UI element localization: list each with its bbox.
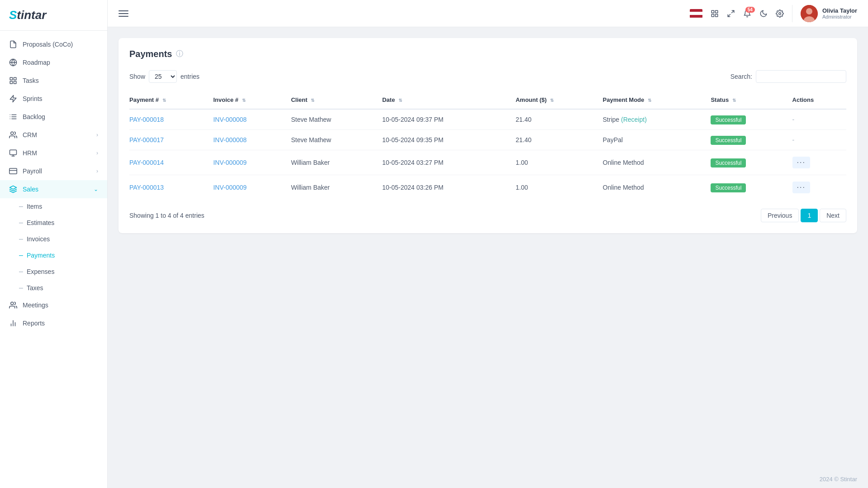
hrm-icon (9, 149, 17, 157)
show-label: Show (129, 73, 145, 80)
backlog-icon (9, 113, 17, 121)
header-left (119, 10, 128, 17)
pagination: Previous 1 Next (761, 209, 846, 222)
payment-num-cell: PAY-000014 (129, 150, 213, 175)
sort-icon: ⇅ (398, 98, 402, 103)
sidebar-item-taxes[interactable]: – Taxes (0, 280, 107, 296)
col-payment-num[interactable]: Payment # ⇅ (129, 91, 213, 109)
sidebar-nav: Proposals (CoCo) Roadmap Tasks Sprints (0, 31, 107, 488)
amount-cell: 1.00 (516, 175, 603, 200)
sidebar-item-tasks[interactable]: Tasks (0, 72, 107, 90)
sort-icon: ⇅ (550, 98, 554, 103)
menu-toggle-button[interactable] (119, 10, 128, 17)
search-label: Search: (730, 73, 752, 80)
backlog-label: Backlog (23, 113, 98, 120)
col-date[interactable]: Date ⇅ (382, 91, 516, 109)
date-cell: 10-05-2024 03:27 PM (382, 150, 516, 175)
payment-num-link[interactable]: PAY-000014 (129, 159, 164, 166)
sales-subnav: – Items – Estimates – Invoices – Payment… (0, 198, 107, 296)
previous-button[interactable]: Previous (761, 209, 799, 222)
expenses-label: Expenses (27, 268, 54, 275)
sidebar-item-hrm[interactable]: HRM › (0, 144, 107, 162)
payment-num-link[interactable]: PAY-000018 (129, 116, 164, 123)
sidebar-item-roadmap[interactable]: Roadmap (0, 53, 107, 72)
tasks-label: Tasks (23, 77, 98, 84)
status-cell: Successful (711, 175, 792, 200)
col-status[interactable]: Status ⇅ (711, 91, 792, 109)
actions-cell: - (792, 130, 846, 150)
table-row: PAY-000017INV-000008Steve Mathew10-05-20… (129, 130, 846, 150)
col-invoice-num[interactable]: Invoice # ⇅ (213, 91, 291, 109)
invoice-num-link[interactable]: INV-000009 (213, 184, 247, 191)
proposals-label: Proposals (CoCo) (23, 41, 98, 48)
items-label: Items (27, 203, 42, 210)
svg-rect-4 (14, 81, 16, 84)
dash-icon: – (19, 219, 23, 227)
us-flag-icon (690, 9, 702, 18)
invoice-num-link[interactable]: INV-000008 (213, 136, 247, 144)
col-actions: Actions (792, 91, 846, 109)
invoice-num-cell: INV-000008 (213, 130, 291, 150)
sort-icon: ⇅ (242, 98, 246, 103)
fullscreen-icon[interactable] (727, 10, 735, 18)
sidebar-item-sprints[interactable]: Sprints (0, 90, 107, 108)
status-cell: Successful (711, 150, 792, 175)
footer: 2024 © Stintar (108, 470, 868, 488)
table-controls: Show 25 10 50 100 entries Search: (129, 70, 846, 83)
payment-mode-cell: Online Method (603, 175, 711, 200)
sidebar-item-items[interactable]: – Items (0, 198, 107, 215)
invoice-num-link[interactable]: INV-000008 (213, 116, 247, 123)
search-input[interactable] (756, 70, 846, 83)
no-actions: - (792, 136, 795, 144)
show-entries: Show 25 10 50 100 entries (129, 70, 199, 83)
user-profile[interactable]: Olivia Taylor Administrator (792, 5, 857, 22)
payment-num-cell: PAY-000013 (129, 175, 213, 200)
apps-grid-icon[interactable] (711, 10, 719, 18)
crm-chevron: › (96, 132, 98, 138)
date-cell: 10-05-2024 03:26 PM (382, 175, 516, 200)
sidebar-item-estimates[interactable]: – Estimates (0, 215, 107, 231)
sidebar-item-sales[interactable]: Sales ⌄ (0, 180, 107, 198)
info-icon[interactable]: ⓘ (176, 49, 183, 59)
notifications-icon[interactable]: 54 (743, 10, 751, 18)
sort-icon: ⇅ (732, 98, 736, 103)
col-client[interactable]: Client ⇅ (291, 91, 382, 109)
invoice-num-link[interactable]: INV-000009 (213, 159, 247, 166)
payment-num-link[interactable]: PAY-000013 (129, 184, 164, 191)
dash-icon: – (19, 284, 23, 292)
receipt-link[interactable]: (Receipt) (621, 116, 647, 123)
sidebar-item-invoices[interactable]: – Invoices (0, 231, 107, 247)
actions-button[interactable]: ··· (792, 157, 810, 168)
sidebar: Stintar Proposals (CoCo) Roadmap Tasks (0, 0, 108, 488)
col-payment-mode[interactable]: Payment Mode ⇅ (603, 91, 711, 109)
actions-button[interactable]: ··· (792, 182, 810, 193)
entries-label: entries (180, 73, 199, 80)
sidebar-item-proposals[interactable]: Proposals (CoCo) (0, 35, 107, 53)
sidebar-item-crm[interactable]: CRM › (0, 126, 107, 144)
svg-point-19 (11, 302, 14, 305)
next-button[interactable]: Next (820, 209, 846, 222)
footer-text: 2024 © Stintar (820, 476, 857, 483)
sidebar-item-payroll[interactable]: Payroll › (0, 162, 107, 180)
language-selector[interactable] (690, 9, 702, 18)
payment-num-link[interactable]: PAY-000017 (129, 136, 164, 144)
settings-icon[interactable] (776, 10, 784, 18)
page-1-button[interactable]: 1 (801, 209, 818, 222)
svg-rect-3 (14, 77, 16, 80)
sidebar-item-payments[interactable]: – Payments (0, 247, 107, 263)
file-icon (9, 40, 17, 48)
dark-mode-icon[interactable] (759, 10, 768, 18)
sidebar-item-backlog[interactable]: Backlog (0, 108, 107, 126)
table-row: PAY-000013INV-000009William Baker10-05-2… (129, 175, 846, 200)
sidebar-item-expenses[interactable]: – Expenses (0, 263, 107, 280)
svg-rect-5 (10, 81, 12, 84)
crm-label: CRM (23, 131, 91, 139)
svg-point-29 (779, 12, 781, 14)
sidebar-item-meetings[interactable]: Meetings (0, 296, 107, 314)
payroll-icon (9, 167, 17, 175)
payroll-chevron: › (96, 168, 98, 174)
sidebar-item-reports[interactable]: Reports (0, 314, 107, 332)
entries-select[interactable]: 25 10 50 100 (149, 70, 177, 83)
col-amount[interactable]: Amount ($) ⇅ (516, 91, 603, 109)
sort-icon: ⇅ (162, 98, 166, 103)
